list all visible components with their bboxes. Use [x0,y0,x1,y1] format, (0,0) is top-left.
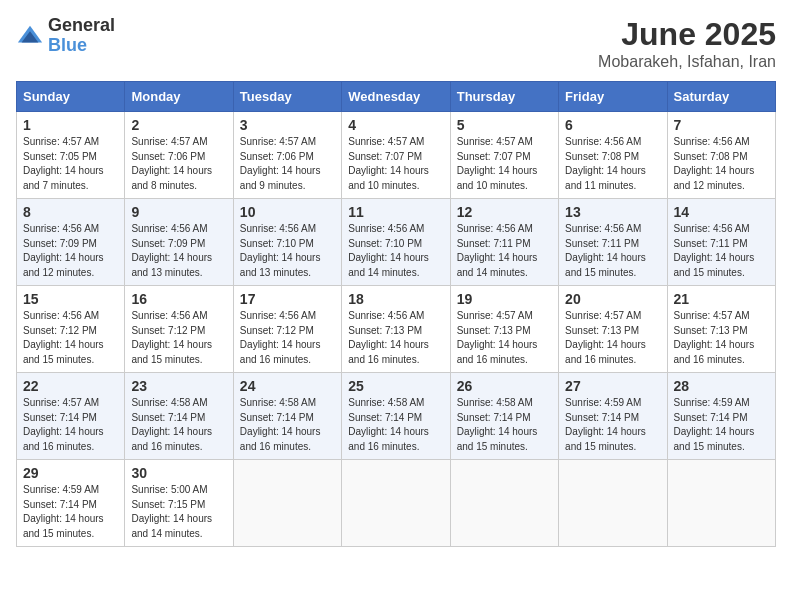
logo-general: General [48,16,115,36]
calendar-cell: 9 Sunrise: 4:56 AMSunset: 7:09 PMDayligh… [125,199,233,286]
calendar-cell: 2 Sunrise: 4:57 AMSunset: 7:06 PMDayligh… [125,112,233,199]
day-info: Sunrise: 4:56 AMSunset: 7:12 PMDaylight:… [131,310,212,365]
calendar-cell: 3 Sunrise: 4:57 AMSunset: 7:06 PMDayligh… [233,112,341,199]
header-saturday: Saturday [667,82,775,112]
header-tuesday: Tuesday [233,82,341,112]
calendar-cell: 4 Sunrise: 4:57 AMSunset: 7:07 PMDayligh… [342,112,450,199]
header-friday: Friday [559,82,667,112]
day-info: Sunrise: 4:56 AMSunset: 7:10 PMDaylight:… [348,223,429,278]
calendar-cell: 13 Sunrise: 4:56 AMSunset: 7:11 PMDaylig… [559,199,667,286]
calendar-cell: 28 Sunrise: 4:59 AMSunset: 7:14 PMDaylig… [667,373,775,460]
day-number: 5 [457,117,552,133]
calendar-cell: 30 Sunrise: 5:00 AMSunset: 7:15 PMDaylig… [125,460,233,547]
day-info: Sunrise: 4:56 AMSunset: 7:11 PMDaylight:… [565,223,646,278]
calendar-cell [233,460,341,547]
day-number: 18 [348,291,443,307]
day-info: Sunrise: 4:56 AMSunset: 7:10 PMDaylight:… [240,223,321,278]
day-number: 29 [23,465,118,481]
calendar-cell: 24 Sunrise: 4:58 AMSunset: 7:14 PMDaylig… [233,373,341,460]
day-info: Sunrise: 4:56 AMSunset: 7:09 PMDaylight:… [131,223,212,278]
day-number: 22 [23,378,118,394]
day-info: Sunrise: 4:56 AMSunset: 7:11 PMDaylight:… [457,223,538,278]
calendar-header-row: SundayMondayTuesdayWednesdayThursdayFrid… [17,82,776,112]
day-number: 15 [23,291,118,307]
calendar-cell: 7 Sunrise: 4:56 AMSunset: 7:08 PMDayligh… [667,112,775,199]
day-number: 17 [240,291,335,307]
calendar-cell: 29 Sunrise: 4:59 AMSunset: 7:14 PMDaylig… [17,460,125,547]
day-info: Sunrise: 4:56 AMSunset: 7:13 PMDaylight:… [348,310,429,365]
calendar-cell: 27 Sunrise: 4:59 AMSunset: 7:14 PMDaylig… [559,373,667,460]
calendar-cell: 19 Sunrise: 4:57 AMSunset: 7:13 PMDaylig… [450,286,558,373]
day-info: Sunrise: 4:58 AMSunset: 7:14 PMDaylight:… [240,397,321,452]
calendar-cell: 21 Sunrise: 4:57 AMSunset: 7:13 PMDaylig… [667,286,775,373]
day-info: Sunrise: 5:00 AMSunset: 7:15 PMDaylight:… [131,484,212,539]
header-monday: Monday [125,82,233,112]
day-info: Sunrise: 4:56 AMSunset: 7:08 PMDaylight:… [565,136,646,191]
day-info: Sunrise: 4:59 AMSunset: 7:14 PMDaylight:… [23,484,104,539]
day-number: 2 [131,117,226,133]
calendar-week-row: 29 Sunrise: 4:59 AMSunset: 7:14 PMDaylig… [17,460,776,547]
calendar-cell: 8 Sunrise: 4:56 AMSunset: 7:09 PMDayligh… [17,199,125,286]
day-number: 11 [348,204,443,220]
day-number: 16 [131,291,226,307]
day-number: 14 [674,204,769,220]
calendar-cell: 10 Sunrise: 4:56 AMSunset: 7:10 PMDaylig… [233,199,341,286]
day-info: Sunrise: 4:56 AMSunset: 7:09 PMDaylight:… [23,223,104,278]
day-info: Sunrise: 4:57 AMSunset: 7:07 PMDaylight:… [348,136,429,191]
page-header: General Blue June 2025 Mobarakeh, Isfaha… [16,16,776,71]
day-number: 23 [131,378,226,394]
header-wednesday: Wednesday [342,82,450,112]
day-number: 4 [348,117,443,133]
day-info: Sunrise: 4:58 AMSunset: 7:14 PMDaylight:… [131,397,212,452]
day-info: Sunrise: 4:58 AMSunset: 7:14 PMDaylight:… [348,397,429,452]
day-info: Sunrise: 4:57 AMSunset: 7:13 PMDaylight:… [457,310,538,365]
day-number: 1 [23,117,118,133]
day-info: Sunrise: 4:58 AMSunset: 7:14 PMDaylight:… [457,397,538,452]
day-number: 30 [131,465,226,481]
calendar-cell [450,460,558,547]
day-number: 28 [674,378,769,394]
location-subtitle: Mobarakeh, Isfahan, Iran [598,53,776,71]
day-info: Sunrise: 4:57 AMSunset: 7:13 PMDaylight:… [674,310,755,365]
logo-blue: Blue [48,35,87,55]
day-info: Sunrise: 4:56 AMSunset: 7:12 PMDaylight:… [240,310,321,365]
day-info: Sunrise: 4:56 AMSunset: 7:12 PMDaylight:… [23,310,104,365]
day-number: 24 [240,378,335,394]
day-number: 27 [565,378,660,394]
day-number: 19 [457,291,552,307]
calendar-cell: 5 Sunrise: 4:57 AMSunset: 7:07 PMDayligh… [450,112,558,199]
calendar-cell: 12 Sunrise: 4:56 AMSunset: 7:11 PMDaylig… [450,199,558,286]
logo: General Blue [16,16,115,56]
day-number: 7 [674,117,769,133]
day-number: 8 [23,204,118,220]
day-number: 9 [131,204,226,220]
day-info: Sunrise: 4:57 AMSunset: 7:14 PMDaylight:… [23,397,104,452]
day-number: 10 [240,204,335,220]
calendar-cell: 16 Sunrise: 4:56 AMSunset: 7:12 PMDaylig… [125,286,233,373]
day-info: Sunrise: 4:57 AMSunset: 7:05 PMDaylight:… [23,136,104,191]
day-number: 20 [565,291,660,307]
calendar-week-row: 8 Sunrise: 4:56 AMSunset: 7:09 PMDayligh… [17,199,776,286]
calendar-cell: 15 Sunrise: 4:56 AMSunset: 7:12 PMDaylig… [17,286,125,373]
calendar-cell: 1 Sunrise: 4:57 AMSunset: 7:05 PMDayligh… [17,112,125,199]
calendar-cell: 22 Sunrise: 4:57 AMSunset: 7:14 PMDaylig… [17,373,125,460]
day-number: 26 [457,378,552,394]
day-info: Sunrise: 4:57 AMSunset: 7:06 PMDaylight:… [240,136,321,191]
calendar-week-row: 15 Sunrise: 4:56 AMSunset: 7:12 PMDaylig… [17,286,776,373]
calendar-cell: 20 Sunrise: 4:57 AMSunset: 7:13 PMDaylig… [559,286,667,373]
day-number: 3 [240,117,335,133]
title-area: June 2025 Mobarakeh, Isfahan, Iran [598,16,776,71]
day-number: 13 [565,204,660,220]
main-title: June 2025 [598,16,776,53]
day-info: Sunrise: 4:56 AMSunset: 7:08 PMDaylight:… [674,136,755,191]
calendar-week-row: 1 Sunrise: 4:57 AMSunset: 7:05 PMDayligh… [17,112,776,199]
day-info: Sunrise: 4:57 AMSunset: 7:07 PMDaylight:… [457,136,538,191]
day-info: Sunrise: 4:59 AMSunset: 7:14 PMDaylight:… [565,397,646,452]
header-thursday: Thursday [450,82,558,112]
calendar-cell: 18 Sunrise: 4:56 AMSunset: 7:13 PMDaylig… [342,286,450,373]
calendar-cell: 11 Sunrise: 4:56 AMSunset: 7:10 PMDaylig… [342,199,450,286]
calendar-cell: 17 Sunrise: 4:56 AMSunset: 7:12 PMDaylig… [233,286,341,373]
calendar-cell [342,460,450,547]
calendar-cell: 26 Sunrise: 4:58 AMSunset: 7:14 PMDaylig… [450,373,558,460]
day-info: Sunrise: 4:57 AMSunset: 7:06 PMDaylight:… [131,136,212,191]
